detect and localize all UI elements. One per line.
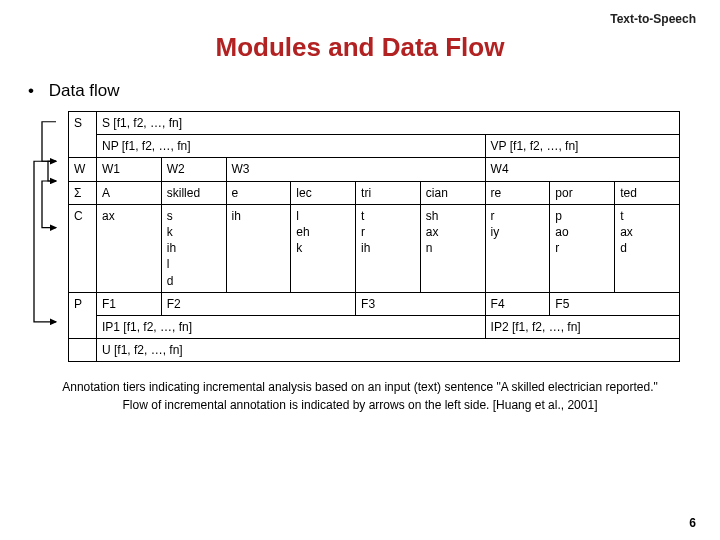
cell-W3: W3 xyxy=(226,158,485,181)
cell-sg-7: re xyxy=(485,181,550,204)
bullet-dataflow: • Data flow xyxy=(28,81,720,101)
cell-W1: W1 xyxy=(97,158,162,181)
cell-W2: W2 xyxy=(161,158,226,181)
tier-P: IP1 [f1, f2, …, fn] IP2 [f1, f2, …, fn] xyxy=(69,315,680,338)
tier-S-row1: S S [f1, f2, …, fn] xyxy=(69,112,680,135)
cell-IP1: IP1 [f1, f2, …, fn] xyxy=(97,315,486,338)
caption-line2: Flow of incremental annotation is indica… xyxy=(123,398,598,412)
tier-label-S: S xyxy=(69,112,97,158)
tier-label-C: C xyxy=(69,204,97,292)
cell-c-9: taxd xyxy=(615,204,680,292)
caption-line1: Annotation tiers indicating incremental … xyxy=(62,380,658,394)
cell-c-5: trih xyxy=(356,204,421,292)
header-topic: Text-to-Speech xyxy=(610,12,696,26)
tier-S-row2: NP [f1, f2, …, fn] VP [f1, f2, …, fn] xyxy=(69,135,680,158)
cell-sg-9: ted xyxy=(615,181,680,204)
flow-arrows xyxy=(28,111,68,362)
cell-sg-1: A xyxy=(97,181,162,204)
cell-sg-5: tri xyxy=(356,181,421,204)
cell-c-8: paor xyxy=(550,204,615,292)
cell-IP2: IP2 [f1, f2, …, fn] xyxy=(485,315,679,338)
annotation-tiers-table: S S [f1, f2, …, fn] NP [f1, f2, …, fn] V… xyxy=(68,111,680,362)
cell-sg-6: cian xyxy=(420,181,485,204)
tier-C: C ax skihld ih lehk trih shaxn riy paor … xyxy=(69,204,680,292)
cell-F3: F3 xyxy=(356,292,486,315)
cell-F2: F2 xyxy=(161,292,355,315)
tier-label-Sigma: Σ xyxy=(69,181,97,204)
cell-U: U [f1, f2, …, fn] xyxy=(97,339,680,362)
cell-W4: W4 xyxy=(485,158,679,181)
tier-U: U [f1, f2, …, fn] xyxy=(69,339,680,362)
tier-F: P F1 F2 F3 F4 F5 xyxy=(69,292,680,315)
tier-W: W W1 W2 W3 W4 xyxy=(69,158,680,181)
cell-F1: F1 xyxy=(97,292,162,315)
cell-c-1: ax xyxy=(97,204,162,292)
cell-VP: VP [f1, f2, …, fn] xyxy=(485,135,679,158)
tier-Sigma: Σ A skilled e lec tri cian re por ted xyxy=(69,181,680,204)
cell-NP: NP [f1, f2, …, fn] xyxy=(97,135,486,158)
cell-c-4: lehk xyxy=(291,204,356,292)
cell-c-3: ih xyxy=(226,204,291,292)
bullet-dot: • xyxy=(28,81,34,100)
bullet-text: Data flow xyxy=(49,81,120,100)
tier-label-P: P xyxy=(69,292,97,338)
cell-sg-2: skilled xyxy=(161,181,226,204)
cell-c-2: skihld xyxy=(161,204,226,292)
cell-sg-4: lec xyxy=(291,181,356,204)
cell-sg-8: por xyxy=(550,181,615,204)
slide-title: Modules and Data Flow xyxy=(0,32,720,63)
cell-c-7: riy xyxy=(485,204,550,292)
cell-F4: F4 xyxy=(485,292,550,315)
cell-F5: F5 xyxy=(550,292,680,315)
cell-S-full: S [f1, f2, …, fn] xyxy=(97,112,680,135)
tier-label-U-empty xyxy=(69,339,97,362)
caption: Annotation tiers indicating incremental … xyxy=(20,378,700,414)
cell-c-6: shaxn xyxy=(420,204,485,292)
tier-label-W: W xyxy=(69,158,97,181)
cell-sg-3: e xyxy=(226,181,291,204)
page-number: 6 xyxy=(689,516,696,530)
